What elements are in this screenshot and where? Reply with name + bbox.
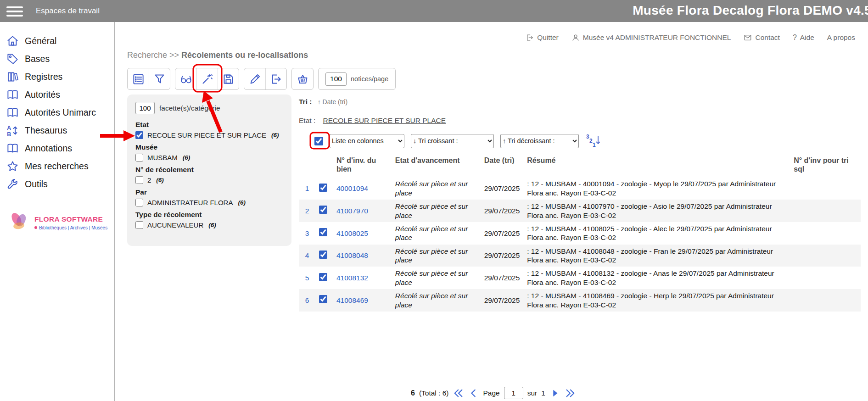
last-page-icon[interactable] bbox=[565, 388, 576, 398]
breadcrumb-section[interactable]: Recherche bbox=[127, 50, 167, 60]
row-sql bbox=[790, 222, 861, 245]
sidebar-item-bases[interactable]: Bases bbox=[0, 50, 114, 68]
header-resume: Résumé bbox=[523, 154, 790, 177]
help-link[interactable]: ? Aide bbox=[793, 33, 814, 42]
view-mode-select[interactable]: Liste en colonnes bbox=[330, 134, 404, 148]
list-display-button[interactable] bbox=[128, 68, 149, 89]
sidebar-item-thesaurus[interactable]: AB Thesaurus bbox=[0, 122, 114, 139]
row-etat: Récolé sur pièce et sur place bbox=[392, 289, 481, 312]
sidebar-item-outils[interactable]: Outils bbox=[0, 175, 114, 193]
user-label: Musée v4 ADMINISTRATEUR FONCTIONNEL bbox=[583, 33, 731, 42]
edit-button[interactable] bbox=[244, 68, 265, 89]
inv-number-link[interactable]: 40001094 bbox=[336, 184, 368, 192]
row-resume: : 12 - MUSBAM - 41008025 - zoologie - Al… bbox=[523, 222, 790, 245]
row-sql bbox=[790, 200, 861, 222]
sort-ascending-select[interactable]: ↓ Tri croissant : bbox=[411, 134, 494, 148]
row-checkbox[interactable] bbox=[319, 184, 327, 192]
row-sql bbox=[790, 289, 861, 312]
facet-checkbox[interactable] bbox=[135, 154, 143, 162]
page-of-label: sur bbox=[527, 389, 538, 397]
contact-label: Contact bbox=[755, 33, 779, 42]
page-number-input[interactable] bbox=[504, 387, 523, 399]
facet-item-label: 2 bbox=[147, 176, 151, 184]
notices-per-page-label: notices/page bbox=[351, 75, 388, 83]
tag-icon bbox=[6, 53, 19, 65]
facet-item-admin-flora[interactable]: ADMINISTRATEUR FLORA (6) bbox=[135, 199, 283, 206]
facet-item-count: (6) bbox=[183, 154, 190, 161]
table-row: 5 41008132 Récolé sur pièce et sur place… bbox=[299, 267, 861, 289]
quit-link[interactable]: Quitter bbox=[526, 33, 559, 42]
home-icon bbox=[6, 35, 19, 47]
sidebar-item-general[interactable]: Général bbox=[0, 32, 114, 50]
header-inv: N° d'inv. du bien bbox=[333, 154, 392, 177]
facet-count-label: facette(s)/catégorie bbox=[159, 104, 220, 112]
sort-info-value: ↑ Date (tri) bbox=[318, 98, 347, 106]
row-sql bbox=[790, 177, 861, 200]
row-resume: : 12 - MUSBAM - 41008132 - zoologie - An… bbox=[523, 267, 790, 289]
export-button[interactable] bbox=[265, 68, 286, 89]
facet-group-par: Par ADMINISTRATEUR FLORA (6) bbox=[135, 188, 283, 206]
table-row: 1 40001094 Récolé sur pièce et sur place… bbox=[299, 177, 861, 200]
breadcrumb: Recherche >> Récolements ou re-localisat… bbox=[127, 50, 308, 60]
view-records-button[interactable] bbox=[175, 68, 196, 89]
facet-count-row: facette(s)/catégorie bbox=[135, 102, 283, 114]
toolbar-group-edit bbox=[244, 68, 287, 90]
sidebar-item-annotations[interactable]: Annotations bbox=[0, 139, 114, 157]
facet-checkbox[interactable] bbox=[135, 199, 143, 206]
facet-checkbox[interactable] bbox=[135, 176, 143, 184]
row-sql bbox=[790, 245, 861, 267]
active-filter-link[interactable]: RECOLE SUR PIECE ET SUR PLACE bbox=[323, 117, 446, 124]
sidebar-item-label: Bases bbox=[25, 54, 50, 64]
open-book-icon bbox=[6, 89, 19, 101]
sidebar-item-label: Autorités bbox=[25, 89, 60, 100]
inv-number-link[interactable]: 41008025 bbox=[336, 229, 368, 237]
workspace-label[interactable]: Espaces de travail bbox=[36, 6, 100, 16]
inv-number-link[interactable]: 41007970 bbox=[336, 207, 368, 215]
wand-button[interactable] bbox=[196, 68, 218, 89]
facet-item-2[interactable]: 2 (6) bbox=[135, 176, 283, 184]
row-checkbox[interactable] bbox=[319, 295, 327, 303]
facet-count-input[interactable] bbox=[135, 102, 155, 114]
quit-label: Quitter bbox=[537, 33, 559, 42]
table-row: 6 41008469 Récolé sur pièce et sur place… bbox=[299, 289, 861, 312]
inv-number-link[interactable]: 41008469 bbox=[336, 296, 368, 304]
facet-item-aucunevaleur[interactable]: AUCUNEVALEUR (6) bbox=[135, 221, 283, 229]
row-checkbox[interactable] bbox=[319, 228, 327, 236]
basket-button[interactable] bbox=[292, 68, 313, 89]
sort-info-label: Tri : bbox=[299, 98, 312, 106]
sort-numeric-icon[interactable]: 3 2 1 bbox=[585, 134, 602, 148]
sidebar-nav: Général Bases Registres Autorités Autori… bbox=[0, 22, 114, 193]
facet-item-musbam[interactable]: MUSBAM (6) bbox=[135, 154, 283, 162]
row-checkbox[interactable] bbox=[319, 251, 327, 259]
row-checkbox[interactable] bbox=[319, 206, 327, 214]
inv-number-link[interactable]: 41008048 bbox=[336, 251, 368, 259]
previous-page-icon[interactable] bbox=[468, 388, 479, 398]
sidebar-item-registres[interactable]: Registres bbox=[0, 68, 114, 86]
facet-item-label: RECOLE SUR PIECE ET SUR PLACE bbox=[147, 131, 266, 139]
envelope-icon bbox=[744, 33, 752, 42]
notices-per-page: notices/page bbox=[318, 68, 396, 90]
facet-checkbox[interactable] bbox=[135, 221, 143, 229]
hamburger-menu-icon[interactable] bbox=[6, 4, 23, 19]
next-page-icon[interactable] bbox=[549, 388, 560, 398]
about-link[interactable]: A propos bbox=[827, 33, 855, 42]
svg-text:B: B bbox=[7, 131, 11, 137]
filter-button[interactable] bbox=[149, 68, 170, 89]
facet-panel: facette(s)/catégorie Etat RECOLE SUR PIE… bbox=[127, 95, 291, 246]
sort-descending-select[interactable]: ↑ Tri décroissant : bbox=[500, 134, 579, 148]
facet-checkbox[interactable] bbox=[135, 131, 143, 139]
first-page-icon[interactable] bbox=[453, 388, 464, 398]
sidebar-item-autorites[interactable]: Autorités bbox=[0, 86, 114, 104]
row-checkbox[interactable] bbox=[319, 273, 327, 281]
notices-per-page-input[interactable] bbox=[325, 72, 347, 86]
logo-tagline-text: Bibliothèques | Archives | Musées bbox=[39, 225, 107, 230]
row-date: 29/07/2025 bbox=[481, 200, 524, 222]
save-button[interactable] bbox=[218, 68, 239, 89]
sidebar-item-mes-recherches[interactable]: Mes recherches bbox=[0, 157, 114, 175]
user-account[interactable]: Musée v4 ADMINISTRATEUR FONCTIONNEL bbox=[571, 33, 731, 42]
select-all-checkbox[interactable] bbox=[314, 137, 323, 145]
sidebar-item-autorites-unimarc[interactable]: Autorités Unimarc bbox=[0, 104, 114, 122]
contact-link[interactable]: Contact bbox=[744, 33, 779, 42]
facet-item-recole[interactable]: RECOLE SUR PIECE ET SUR PLACE (6) bbox=[135, 131, 283, 139]
inv-number-link[interactable]: 41008132 bbox=[336, 274, 368, 282]
